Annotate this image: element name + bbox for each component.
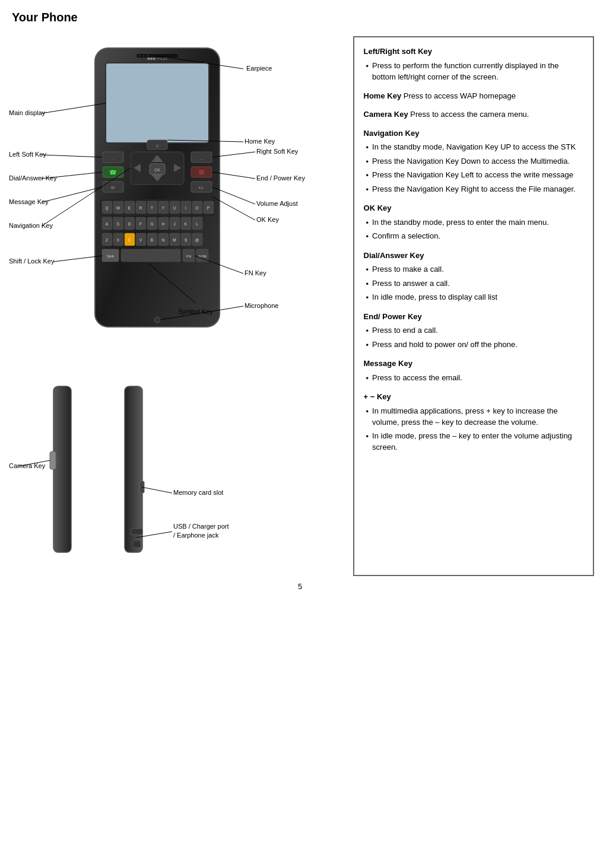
- svg-text:☒: ☒: [199, 169, 204, 176]
- dial-answer-key-section: Dial/Answer Key • Press to make a call. …: [364, 250, 583, 304]
- ok-key-section: OK Key • In the standby mode, press to e…: [364, 202, 583, 243]
- svg-rect-109: [50, 452, 56, 469]
- svg-point-92: [154, 317, 160, 323]
- phone-front-diagram: ■■■ PCD OK ..: [6, 36, 338, 368]
- svg-text:V: V: [139, 238, 142, 242]
- svg-line-115: [142, 487, 172, 493]
- fn-key-label: FN Key: [245, 269, 266, 276]
- message-key-title: Message Key: [364, 358, 583, 370]
- svg-text:O: O: [195, 206, 198, 210]
- microphone-label: Microphone: [245, 302, 278, 309]
- phone-side-diagram: Camera Key Memory card slot USB / Charge…: [6, 374, 326, 576]
- svg-text:Y: Y: [162, 206, 165, 210]
- nav-bullet-3: • Press the Navigation Key Left to acces…: [364, 169, 583, 182]
- bullet-dot: •: [366, 406, 369, 418]
- svg-text:D: D: [128, 222, 131, 226]
- nav-text-1: In the standby mode, Navigation Key UP t…: [372, 141, 576, 153]
- earpiece-label: Earpiece: [246, 65, 272, 72]
- dial-text-2: Press to answer a call.: [372, 278, 450, 290]
- end-text-1: Press to end a call.: [372, 325, 438, 336]
- bullet-dot: •: [366, 170, 369, 182]
- nav-bullet-1: • In the standby mode, Navigation Key UP…: [364, 141, 583, 154]
- ok-bullet-2: • Confirm a selection.: [364, 230, 583, 243]
- svg-text:I: I: [185, 206, 186, 210]
- volume-text-2: In idle mode, press the – key to enter t…: [372, 430, 583, 453]
- svg-text:☎: ☎: [109, 169, 116, 176]
- dial-bullet-3: • In idle mode, press to display call li…: [364, 291, 583, 304]
- symbol-key-label: Symbol Key: [178, 308, 213, 315]
- svg-text:...: ...: [199, 157, 202, 160]
- nav-text-3: Press the Navigation Key Left to access …: [372, 169, 573, 181]
- nav-bullet-4: • Press the Navigation Key Right to acce…: [364, 183, 583, 196]
- bullet-dot: •: [366, 325, 369, 337]
- nav-bullet-2: • Press the Navigation Key Down to acces…: [364, 155, 583, 168]
- ok-bullet-1: • In the standby mode, press to enter th…: [364, 217, 583, 229]
- dial-bullet-2: • Press to answer a call.: [364, 278, 583, 290]
- svg-text:Q: Q: [105, 206, 108, 211]
- dial-text-3: In idle mode, press to display call list: [372, 291, 497, 303]
- svg-text:T: T: [151, 206, 153, 210]
- svg-point-6: [147, 55, 149, 57]
- left-soft-key-label: Left Soft Key: [9, 151, 46, 158]
- home-key-title: Home Key: [364, 91, 402, 100]
- end-power-key-section: End/ Power Key • Press to end a call. • …: [364, 311, 583, 351]
- lr-soft-key-section: Left/Right soft Key • Press to perform t…: [364, 46, 583, 83]
- usb-port-label: USB / Charger port: [173, 523, 229, 530]
- camera-key-section: Camera Key Press to access the camera me…: [364, 109, 583, 120]
- navigation-key-label: Navigation Key: [9, 222, 53, 229]
- message-key-section: Message Key • Press to access the email.: [364, 358, 583, 384]
- svg-text:FN: FN: [186, 255, 191, 258]
- svg-text:Z: Z: [106, 238, 108, 242]
- bullet-dot: •: [366, 142, 369, 154]
- memory-card-slot-label: Memory card slot: [173, 489, 223, 496]
- svg-text:B: B: [151, 238, 153, 242]
- bullet-dot: •: [366, 431, 369, 443]
- svg-text:K: K: [185, 222, 188, 226]
- bullet-dot: •: [366, 264, 369, 276]
- end-text-2: Press and hold to power on/ off the phon…: [372, 339, 518, 351]
- bullet-dot: •: [366, 292, 369, 304]
- bullet-dot: •: [366, 339, 369, 351]
- svg-text:L: L: [196, 222, 198, 226]
- end-bullet-1: • Press to end a call.: [364, 325, 583, 337]
- svg-text:⌂: ⌂: [156, 143, 159, 148]
- svg-text:$: $: [185, 238, 187, 242]
- svg-rect-110: [125, 386, 142, 552]
- svg-text:H: H: [162, 222, 165, 226]
- message-text-1: Press to access the email.: [372, 372, 462, 384]
- dial-answer-key-label: Dial/Answer Key: [9, 174, 57, 182]
- end-bullet-2: • Press and hold to power on/ off the ph…: [364, 339, 583, 351]
- end-power-key-title: End/ Power Key: [364, 311, 583, 323]
- dial-answer-key-title: Dial/Answer Key: [364, 250, 583, 262]
- svg-text:C: C: [128, 238, 131, 242]
- home-key-text: Press to access WAP homepage: [404, 91, 516, 100]
- ok-key-label: OK Key: [256, 216, 279, 223]
- dial-text-1: Press to make a call.: [372, 263, 444, 275]
- svg-line-95: [42, 155, 103, 157]
- home-key-label: Home Key: [245, 138, 275, 145]
- message-key-label: Message Key: [9, 198, 49, 205]
- page-number: 5: [0, 576, 600, 597]
- nav-text-2: Press the Navigation Key Down to access …: [372, 155, 570, 167]
- svg-text:P: P: [207, 206, 209, 210]
- ok-text-2: Confirm a selection.: [372, 230, 440, 242]
- svg-rect-112: [131, 529, 142, 535]
- nav-text-4: Press the Navigation Key Right to access…: [372, 183, 576, 195]
- svg-text:A: A: [106, 222, 109, 226]
- camera-key-text: Press to access the camera menu.: [410, 110, 529, 119]
- svg-text:..: ..: [112, 157, 114, 160]
- volume-adjust-label: Volume Adjust: [256, 200, 298, 207]
- volume-key-section: + − Key • In multimedia applications, pr…: [364, 391, 583, 453]
- lr-soft-key-text: Press to perform the function currently …: [372, 60, 583, 83]
- ok-key-title: OK Key: [364, 202, 583, 214]
- svg-text:✉: ✉: [111, 186, 115, 190]
- svg-text:F: F: [139, 222, 142, 226]
- lr-soft-key-title: Left/Right soft Key: [364, 46, 583, 58]
- dial-bullet-1: • Press to make a call.: [364, 263, 583, 276]
- camera-key-side-label: Camera Key: [9, 462, 46, 469]
- end-power-key-label: End / Power Key: [256, 174, 305, 182]
- camera-key-title: Camera Key: [364, 110, 408, 119]
- svg-text:S: S: [117, 222, 120, 226]
- volume-key-title: + − Key: [364, 391, 583, 403]
- volume-bullet-1: • In multimedia applications, press + ke…: [364, 405, 583, 428]
